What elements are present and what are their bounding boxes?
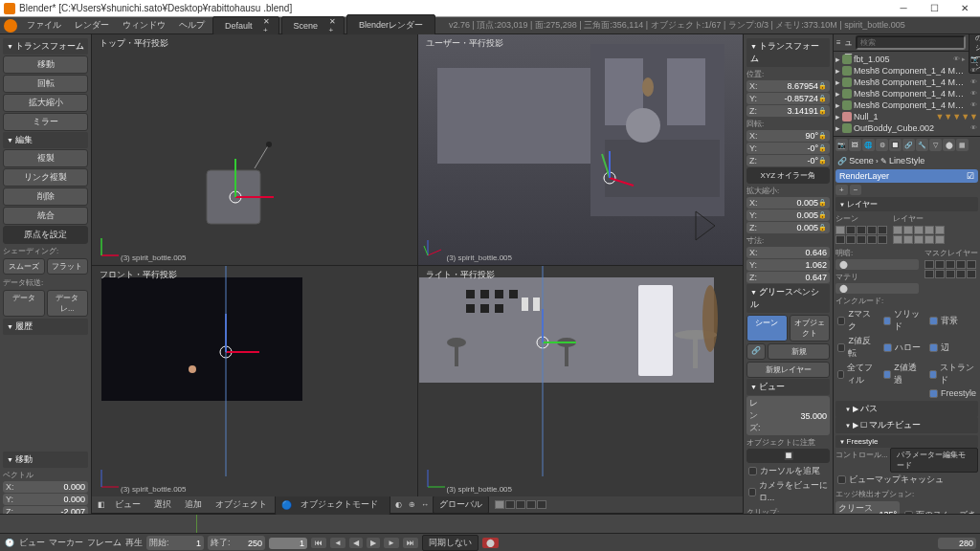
pass-section-header[interactable]: ▶ パス: [835, 401, 978, 417]
auto-keyframe-button[interactable]: ⬤: [482, 538, 499, 548]
tl-playback-menu[interactable]: 再生: [125, 537, 143, 549]
loc-y-field[interactable]: Y:-0.85724🔒: [746, 93, 830, 104]
mode-dropdown[interactable]: 🔵 オブジェクトモード: [275, 494, 390, 516]
timeline-track[interactable]: [0, 515, 980, 534]
loc-x-field[interactable]: X:8.67954🔒: [746, 80, 830, 92]
control-mode-dropdown[interactable]: パラメーター編集モード: [890, 448, 978, 473]
dim-y-field[interactable]: Y:1.062: [746, 259, 830, 271]
viewport-user[interactable]: ユーザー・平行投影 (3) spirit_bottle.005: [418, 34, 744, 265]
pivot-icon[interactable]: ⊕: [406, 499, 417, 511]
next-keyframe-button[interactable]: ►: [384, 538, 399, 548]
mask-layers[interactable]: [924, 260, 978, 278]
outliner-search-input[interactable]: [856, 35, 966, 50]
outliner-editor-icon[interactable]: ≡: [836, 37, 841, 49]
end-frame-field[interactable]: 終了:250: [208, 536, 265, 550]
freestyle-checkbox[interactable]: [929, 389, 938, 398]
scale-z-field[interactable]: Z:0.005🔒: [746, 222, 830, 233]
layer-buttons[interactable]: [495, 500, 546, 509]
viewport-right[interactable]: ライト・平行投影 (3) spirit_bottle.005: [418, 266, 744, 496]
history-panel-header[interactable]: 履歴: [3, 319, 88, 335]
scale-y-field[interactable]: Y:0.005🔒: [746, 209, 830, 221]
remove-renderlayer-button[interactable]: −: [850, 185, 862, 195]
rot-y-field[interactable]: Y:-0°🔒: [746, 143, 830, 154]
minimize-button[interactable]: ─: [892, 2, 915, 15]
allz-checkbox[interactable]: [837, 370, 844, 379]
prev-keyframe-button[interactable]: ◄: [330, 538, 345, 548]
ztransp-checkbox[interactable]: [883, 370, 891, 379]
join-button[interactable]: 統合: [3, 207, 88, 225]
data-layout-button[interactable]: データレ...: [47, 290, 89, 317]
scale-button[interactable]: 拡大縮小: [3, 94, 88, 112]
scene-layers[interactable]: [835, 226, 887, 244]
gp-new-button[interactable]: 新規: [768, 343, 830, 360]
jump-start-button[interactable]: ⏮: [311, 538, 326, 548]
start-frame-field[interactable]: 開始:1: [146, 536, 204, 550]
current-frame-field[interactable]: 1: [269, 538, 307, 549]
grease-pencil-header[interactable]: グリースペンシル: [746, 284, 830, 313]
play-button[interactable]: ▶: [367, 538, 380, 548]
face-smooth-checkbox[interactable]: [904, 511, 913, 515]
close-button[interactable]: ✕: [953, 2, 976, 15]
duplicate-button[interactable]: 複製: [3, 149, 88, 167]
duplicate-linked-button[interactable]: リンク複製: [3, 168, 88, 187]
loc-z-field[interactable]: Z:3.14191🔒: [746, 105, 830, 117]
menu-window[interactable]: ウィンドウ: [117, 17, 171, 33]
material-override[interactable]: ⬤: [835, 283, 919, 294]
rot-x-field[interactable]: X:90°🔒: [746, 130, 830, 142]
tl-view-menu[interactable]: ビュー: [19, 537, 45, 549]
layer-section-header[interactable]: レイヤー: [835, 197, 978, 211]
dim-z-field[interactable]: Z:0.647: [746, 272, 830, 283]
header-view-menu[interactable]: ビュー: [109, 496, 146, 513]
lens-field[interactable]: レンズ:35.000: [746, 396, 830, 435]
scale-x-field[interactable]: X:0.005🔒: [746, 197, 830, 209]
menu-file[interactable]: ファイル: [21, 17, 67, 33]
light-override[interactable]: ⬤: [835, 259, 919, 270]
orientation-dropdown[interactable]: グローバル: [433, 496, 489, 514]
outliner-tree[interactable]: ▸fbt_1.005👁▸📷 ▸Mesh8 Component_1_4 Model…: [834, 52, 980, 136]
lock-cursor-checkbox[interactable]: [748, 467, 757, 475]
screen-layout-dropdown[interactable]: Default ✕ +: [212, 16, 279, 35]
add-renderlayer-button[interactable]: +: [835, 185, 848, 195]
freestyle-section-header[interactable]: Freestyle: [835, 435, 978, 448]
menu-render[interactable]: レンダー: [69, 17, 115, 33]
multiview-section-header[interactable]: ▶ ☐ マルチビュー: [835, 417, 978, 433]
vector-z-field[interactable]: Z:-2.007: [3, 506, 88, 514]
gp-scene-button[interactable]: シーン: [746, 315, 788, 342]
viewport-front[interactable]: フロント・平行投影 (3) spirit_bottle.005: [92, 266, 417, 496]
zinv-checkbox[interactable]: [837, 343, 845, 352]
crease-angle-field[interactable]: クリース角度:135°: [835, 501, 900, 514]
render-engine-dropdown[interactable]: Blenderレンダー: [346, 14, 435, 36]
transform-n-header[interactable]: トランスフォーム: [746, 38, 830, 67]
rotation-mode-dropdown[interactable]: XYZ オイラー角: [746, 167, 830, 184]
lock-camera-checkbox[interactable]: [748, 488, 756, 496]
edit-panel-header[interactable]: 編集: [3, 132, 88, 148]
translate-button[interactable]: 移動: [3, 55, 88, 74]
zmask-checkbox[interactable]: [837, 317, 845, 325]
editor-type-icon[interactable]: ◧: [96, 499, 107, 511]
timeline-cursor[interactable]: [196, 515, 197, 533]
rot-z-field[interactable]: Z:-0°🔒: [746, 155, 830, 166]
shade-flat-button[interactable]: フラット: [47, 258, 89, 275]
manipulator-icon[interactable]: ↔: [419, 499, 431, 511]
timeline-editor-icon[interactable]: 🕐: [4, 538, 15, 549]
sky-checkbox[interactable]: [929, 317, 938, 325]
menu-help[interactable]: ヘルプ: [173, 17, 211, 33]
play-reverse-button[interactable]: ◀: [349, 538, 363, 548]
maximize-button[interactable]: ☐: [923, 2, 946, 15]
jump-end-button[interactable]: ⏭: [403, 538, 418, 548]
viewport-top[interactable]: トップ・平行投影 (3) spirit_bottle.005: [92, 34, 417, 265]
solid-checkbox[interactable]: [883, 317, 891, 325]
viewport-shading-icon[interactable]: ◐: [392, 499, 404, 511]
properties-context-tabs[interactable]: 📷🖼🌐⚙🔲🔗🔧▽⬤▦: [835, 139, 978, 151]
tl-frame-menu[interactable]: フレーム: [87, 537, 122, 549]
data-transfer-button[interactable]: データ: [3, 290, 45, 317]
viewmap-cache-checkbox[interactable]: [837, 475, 846, 484]
tl-marker-menu[interactable]: マーカー: [49, 537, 83, 549]
vector-x-field[interactable]: X:0.000: [3, 481, 88, 493]
rotate-button[interactable]: 回転: [3, 75, 88, 93]
edge-checkbox[interactable]: [929, 343, 938, 352]
view-panel-header[interactable]: ビュー: [746, 379, 830, 395]
header-object-menu[interactable]: オブジェクト: [210, 496, 273, 513]
transform-panel-header[interactable]: トランスフォーム: [3, 38, 88, 55]
set-origin-dropdown[interactable]: 原点を設定: [3, 226, 88, 244]
